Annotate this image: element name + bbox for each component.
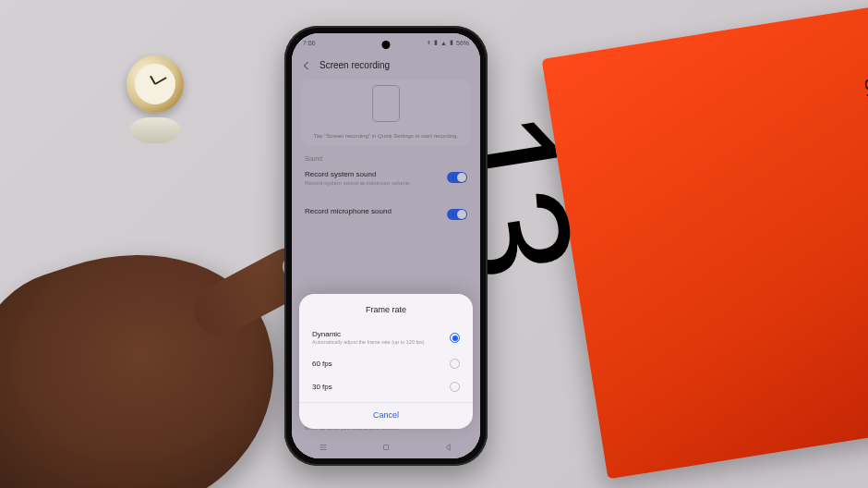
option-dynamic-label: Dynamic <box>312 330 442 338</box>
option-dynamic-radio[interactable] <box>450 333 460 343</box>
clock-base <box>129 117 180 143</box>
option-30fps-label: 30 fps <box>312 383 442 391</box>
phone-frame: 7:06 ▮ ▲ ▮ 56% Screen recording <box>284 26 488 466</box>
frame-rate-sheet: Frame rate Dynamic Automatically adjust … <box>299 294 473 429</box>
option-30fps-radio[interactable] <box>450 382 460 392</box>
sheet-title: Frame rate <box>299 305 473 314</box>
option-60fps-label: 60 fps <box>312 360 442 368</box>
phone-screen: 7:06 ▮ ▲ ▮ 56% Screen recording <box>292 33 480 458</box>
option-dynamic[interactable]: Dynamic Automatically adjust the frame r… <box>299 323 473 352</box>
box-brand: OnePlus 13 <box>860 76 868 184</box>
product-box: 13 OnePlus 13 <box>541 2 868 480</box>
desk-clock <box>120 55 189 143</box>
option-dynamic-desc: Automatically adjust the frame rate (up … <box>312 339 442 346</box>
option-60fps-radio[interactable] <box>450 359 460 369</box>
front-camera <box>382 41 391 49</box>
hand <box>0 214 309 488</box>
clock-face <box>127 55 184 113</box>
cancel-button[interactable]: Cancel <box>299 402 473 421</box>
option-30fps[interactable]: 30 fps <box>299 375 473 398</box>
clock-dial <box>135 64 175 104</box>
option-60fps[interactable]: 60 fps <box>299 352 473 375</box>
